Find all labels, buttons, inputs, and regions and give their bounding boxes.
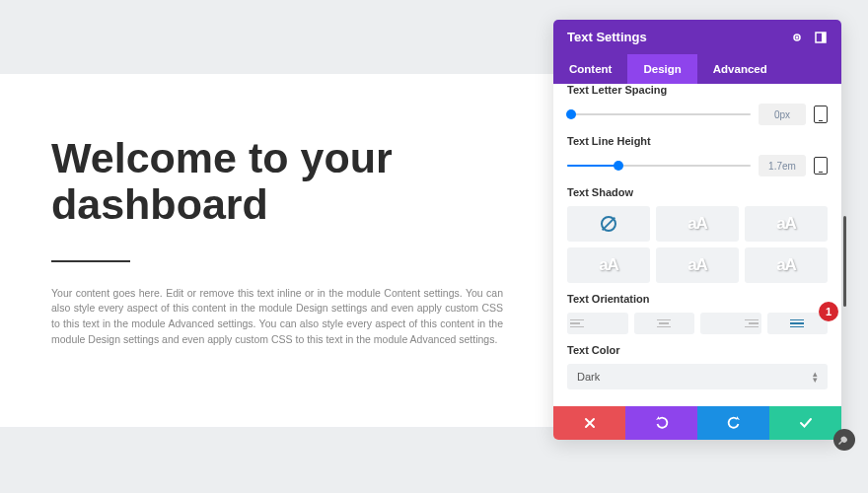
shadow-preset-5[interactable]: aA: [745, 247, 828, 283]
responsive-icon[interactable]: [814, 106, 828, 123]
align-center-button[interactable]: [634, 313, 695, 334]
panel-header[interactable]: Text Settings: [553, 20, 841, 54]
redo-button[interactable]: [697, 406, 769, 440]
action-bar: [553, 406, 841, 440]
callout-badge: 1: [819, 302, 838, 321]
shadow-preset-2[interactable]: aA: [745, 206, 828, 242]
text-shadow-label: Text Shadow: [567, 186, 828, 198]
cancel-button[interactable]: [553, 406, 625, 440]
line-height-label: Text Line Height: [567, 135, 828, 147]
shadow-preset-4[interactable]: aA: [656, 247, 739, 283]
align-right-button[interactable]: [700, 313, 761, 334]
align-justify-button[interactable]: [767, 313, 829, 334]
panel-title: Text Settings: [567, 30, 647, 44]
shadow-preset-1[interactable]: aA: [656, 206, 739, 242]
text-orientation-label: Text Orientation: [567, 293, 828, 305]
redo-icon: [727, 416, 741, 430]
responsive-icon[interactable]: [814, 157, 828, 175]
shadow-preset-3[interactable]: aA: [567, 247, 650, 283]
text-shadow-group: Text Shadow aA aA aA aA aA: [567, 186, 828, 283]
tab-advanced[interactable]: Advanced: [697, 54, 783, 84]
letter-spacing-group: Text Letter Spacing 0px: [567, 84, 828, 125]
line-height-slider[interactable]: [567, 165, 751, 167]
content-card: Welcome to your dashboard Your content g…: [0, 74, 554, 427]
letter-spacing-label: Text Letter Spacing: [567, 84, 828, 96]
line-height-group: Text Line Height 1.7em: [567, 135, 828, 176]
undo-button[interactable]: [625, 406, 697, 440]
text-orientation-group: Text Orientation 1: [567, 293, 828, 334]
body-text[interactable]: Your content goes here. Edit or remove t…: [51, 286, 503, 348]
wrench-icon: [838, 434, 850, 446]
page-title[interactable]: Welcome to your dashboard: [51, 135, 503, 229]
letter-spacing-slider[interactable]: [567, 113, 751, 115]
title-divider: [51, 260, 130, 262]
dock-icon[interactable]: [814, 31, 828, 44]
panel-body: Text Letter Spacing 0px Text Line Height…: [553, 84, 841, 406]
text-color-group: Text Color Dark ▴▾: [567, 344, 828, 389]
text-color-label: Text Color: [567, 344, 828, 356]
text-color-select[interactable]: Dark ▴▾: [567, 364, 828, 389]
tab-design[interactable]: Design: [627, 54, 696, 84]
float-icon[interactable]: [790, 31, 804, 44]
text-settings-panel: Text Settings Content Design Advanced Te…: [553, 20, 841, 440]
letter-spacing-value[interactable]: 0px: [759, 104, 806, 125]
close-icon: [584, 417, 596, 429]
svg-rect-3: [822, 33, 826, 42]
split-testing-toggle[interactable]: [833, 429, 855, 451]
side-indicator: [843, 216, 846, 307]
line-height-value[interactable]: 1.7em: [759, 155, 806, 176]
none-icon: [601, 216, 616, 232]
check-icon: [799, 417, 813, 429]
select-caret-icon: ▴▾: [813, 371, 818, 383]
settings-tabs: Content Design Advanced: [553, 54, 841, 84]
undo-icon: [655, 416, 669, 430]
text-color-value: Dark: [577, 371, 600, 383]
save-button[interactable]: [769, 406, 841, 440]
tab-content[interactable]: Content: [553, 54, 627, 84]
align-left-button[interactable]: [567, 313, 628, 334]
svg-point-1: [796, 35, 799, 38]
shadow-none[interactable]: [567, 206, 650, 242]
